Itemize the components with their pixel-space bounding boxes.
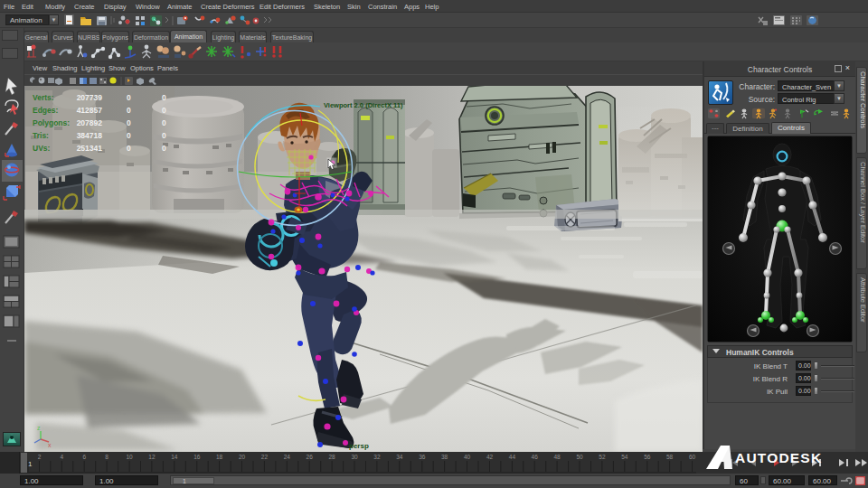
svg-text:14: 14 [171, 454, 178, 460]
svg-text:12: 12 [148, 454, 156, 460]
svg-text:34: 34 [396, 454, 403, 460]
svg-text:0: 0 [127, 144, 131, 153]
svg-text:52: 52 [599, 454, 606, 460]
svg-text:4: 4 [60, 454, 63, 460]
svg-text:0: 0 [162, 131, 166, 140]
svg-text:60: 60 [689, 454, 696, 460]
svg-text:0: 0 [162, 144, 166, 153]
svg-text:251341: 251341 [77, 144, 103, 153]
svg-text:207739: 207739 [77, 93, 103, 102]
svg-text:0: 0 [162, 118, 166, 127]
svg-text:UVs:: UVs: [33, 144, 51, 153]
svg-text:AUTODESK: AUTODESK [735, 450, 822, 465]
svg-text:Viewport 2.0 (DirectX 11): Viewport 2.0 (DirectX 11) [324, 101, 403, 109]
svg-text:26: 26 [307, 454, 314, 460]
svg-text:0: 0 [127, 93, 131, 102]
svg-text:48: 48 [553, 454, 561, 460]
svg-text:Polygons:: Polygons: [33, 118, 70, 127]
svg-text:Tris:: Tris: [33, 131, 49, 140]
svg-text:44: 44 [509, 454, 516, 460]
svg-text:Verts:: Verts: [33, 93, 54, 102]
svg-text:40: 40 [464, 454, 471, 460]
svg-text:56: 56 [644, 454, 651, 460]
svg-text:207892: 207892 [77, 118, 103, 127]
svg-text:46: 46 [532, 454, 539, 460]
svg-text:20: 20 [239, 454, 246, 460]
svg-text:384718: 384718 [77, 131, 103, 140]
svg-text:8: 8 [105, 454, 108, 460]
svg-text:0: 0 [162, 93, 166, 102]
svg-text:412857: 412857 [77, 106, 103, 115]
svg-text:32: 32 [373, 454, 381, 460]
svg-text:2: 2 [38, 454, 42, 460]
svg-text:6: 6 [82, 454, 86, 460]
svg-text:0: 0 [127, 131, 131, 140]
svg-text:28: 28 [328, 454, 335, 460]
svg-text:16: 16 [193, 454, 201, 460]
svg-text:22: 22 [261, 454, 269, 460]
svg-text:persp: persp [349, 442, 369, 450]
svg-text:54: 54 [621, 454, 628, 460]
svg-text:x: x [48, 442, 52, 448]
svg-text:10: 10 [126, 454, 133, 460]
svg-text:0: 0 [127, 106, 131, 115]
svg-text:Edges:: Edges: [33, 106, 59, 115]
svg-text:18: 18 [216, 454, 223, 460]
svg-text:36: 36 [419, 454, 426, 460]
svg-text:0: 0 [127, 118, 131, 127]
svg-text:30: 30 [351, 454, 358, 460]
svg-text:42: 42 [486, 454, 494, 460]
svg-text:z: z [37, 425, 41, 431]
svg-text:50: 50 [576, 454, 583, 460]
svg-text:0: 0 [162, 106, 166, 115]
svg-text:58: 58 [666, 454, 674, 460]
svg-text:38: 38 [441, 454, 448, 460]
svg-text:24: 24 [284, 454, 291, 460]
